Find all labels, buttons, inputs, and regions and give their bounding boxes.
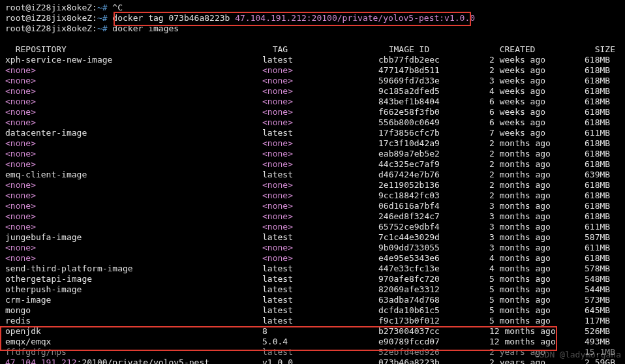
cell-created: 5 months ago [489, 295, 585, 305]
header-repo: REPOSITORY [16, 44, 273, 55]
cell-repo: jungebufa-image [5, 232, 262, 243]
cell-size: 618MB [585, 211, 624, 222]
table-row: 47.104.191.212:20100/private/yolov5-pest… [5, 357, 620, 364]
cell-size: 618MB [585, 97, 624, 107]
cell-repo: ffdfgdfg/nps [5, 347, 262, 357]
cell-size: 618MB [585, 180, 624, 190]
cell-created: 5 months ago [489, 316, 585, 326]
table-row: <none><none>843bef1b84046 weeks ago618MB [5, 97, 620, 107]
cell-created: 5 months ago [489, 274, 585, 284]
cell-size: 618MB [585, 201, 624, 211]
table-row: <none><none>477147b8d5112 weeks ago618MB [5, 65, 620, 76]
cell-size: 15.1MB [585, 347, 624, 357]
cell-size: 587MB [585, 232, 624, 243]
cell-id: d467424e7b76 [378, 170, 489, 180]
cell-repo: otherpush-image [5, 284, 262, 295]
cell-created: 6 weeks ago [489, 117, 585, 128]
cell-repo: othergetapi-image [5, 274, 262, 284]
cell-repo: <none> [5, 201, 262, 211]
cell-id: f9c173b0f012 [378, 316, 489, 326]
cell-tag: <none> [262, 117, 378, 128]
cell-created: 6 weeks ago [489, 97, 585, 107]
cell-created: 5 months ago [489, 284, 585, 295]
cell-repo: <none> [5, 253, 262, 264]
cell-id: b273004037cc [378, 326, 489, 337]
cell-created: 4 months ago [489, 264, 585, 274]
prompt-line-1: root@iZ28jix8okeZ:~# ^C [5, 3, 620, 13]
cell-tag: latest [262, 347, 378, 357]
cell-created: 2 weeks ago [489, 55, 585, 65]
table-row: xph-service-new-imagelatestcbb77fdb2eec2… [5, 55, 620, 65]
cell-tag: <none> [262, 159, 378, 170]
cell-tag: latest [262, 274, 378, 284]
cell-tag: latest [262, 232, 378, 243]
cell-size: 618MB [585, 55, 624, 65]
cell-repo: crm-image [5, 295, 262, 305]
header-size: SIZE [595, 44, 625, 55]
cell-id: 843bef1b8404 [378, 97, 489, 107]
table-row: emq-client-imagelatestd467424e7b762 mont… [5, 170, 620, 180]
cell-tag: <none> [262, 65, 378, 76]
cell-size: 618MB [585, 149, 624, 159]
cell-size: 645MB [585, 305, 624, 316]
table-row: otherpush-imagelatest82069afe33125 month… [5, 284, 620, 295]
cell-size: 611MB [585, 128, 624, 138]
cell-repo: <none> [5, 190, 262, 201]
cell-repo: mongo [5, 305, 262, 316]
cell-id: e4e95e5343e6 [378, 253, 489, 264]
prompt-line-3[interactable]: root@iZ28jix8okeZ:~# docker images [5, 23, 620, 34]
cell-size: 544MB [585, 284, 624, 295]
cell-tag: <none> [262, 222, 378, 232]
cell-repo: <none> [5, 222, 262, 232]
cell-repo: <none> [5, 149, 262, 159]
cell-created: 12 months ago [489, 337, 585, 347]
cell-created: 3 weeks ago [489, 76, 585, 86]
cell-size: 618MB [585, 190, 624, 201]
cell-created: 3 months ago [489, 243, 585, 253]
table-row: ffdfgdfg/npslatest52ebfd4ed9262 years ag… [5, 347, 620, 357]
header-created: CREATED [500, 44, 595, 55]
cell-id: cbb77fdb2eec [378, 55, 489, 65]
cell-id: 17f3856cfc7b [378, 128, 489, 138]
cell-tag: <none> [262, 86, 378, 97]
cell-repo: emq-client-image [5, 170, 262, 180]
cell-id: 06d1616a7bf4 [378, 201, 489, 211]
cell-repo: datacenter-image [5, 128, 262, 138]
cell-repo: send-third-platform-image [5, 264, 262, 274]
cell-repo: <none> [5, 159, 262, 170]
cmd-1: ^C [108, 3, 123, 12]
prompt-line-2[interactable]: root@iZ28jix8okeZ:~# docker tag 073b46a8… [5, 13, 620, 23]
cell-tag: <none> [262, 211, 378, 222]
table-row: mongolatestdcfda10b61c55 months ago645MB [5, 305, 620, 316]
cell-size: 117MB [585, 316, 624, 326]
cell-id: 9b09dd733055 [378, 243, 489, 253]
cell-id: 59669fd7d33e [378, 76, 489, 86]
cell-id: 2e119052b136 [378, 180, 489, 190]
cell-created: 2 months ago [489, 149, 585, 159]
cell-size: 618MB [585, 76, 624, 86]
cell-repo: xph-service-new-image [5, 55, 262, 65]
cell-tag: <none> [262, 180, 378, 190]
cell-id: 63adba74d768 [378, 295, 489, 305]
cell-size: 548MB [585, 274, 624, 284]
cell-size: 618MB [585, 65, 624, 76]
cell-repo: <none> [5, 243, 262, 253]
cell-repo: 47.104.191.212:20100/private/yolov5-pest [5, 357, 262, 364]
prompt-user: root@iZ28jix8okeZ [5, 3, 92, 12]
table-row: jungebufa-imagelatest7c1c44e3029d3 month… [5, 232, 620, 243]
cell-created: 2 years ago [489, 357, 585, 364]
cell-repo: <none> [5, 180, 262, 190]
table-row: <none><none>9c185a2dfed54 weeks ago618MB [5, 86, 620, 97]
cell-created: 6 weeks ago [489, 107, 585, 117]
cell-repo: <none> [5, 76, 262, 86]
cell-created: 4 weeks ago [489, 86, 585, 97]
cell-size: 618MB [585, 159, 624, 170]
cell-created: 4 months ago [489, 253, 585, 264]
cell-tag: <none> [262, 149, 378, 159]
cell-created: 3 months ago [489, 211, 585, 222]
cell-created: 2 months ago [489, 170, 585, 180]
table-header: REPOSITORYTAGIMAGE IDCREATEDSIZE [5, 34, 620, 55]
header-tag: TAG [273, 44, 389, 55]
cell-tag: latest [262, 316, 378, 326]
cell-size: 618MB [585, 107, 624, 117]
